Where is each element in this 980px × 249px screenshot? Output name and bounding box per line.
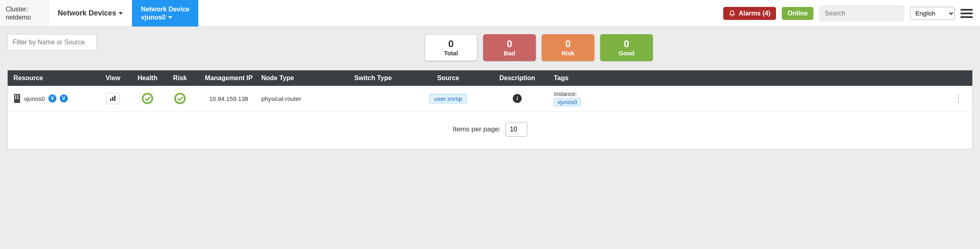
items-per-page-input[interactable] bbox=[505, 122, 527, 137]
cluster-label: Cluster: bbox=[6, 5, 43, 13]
stat-card-bad[interactable]: 0 Bad bbox=[483, 34, 536, 61]
filter-input[interactable] bbox=[7, 34, 97, 50]
table-row: vjunos0 V V 10.84.159.138 physical-route… bbox=[8, 86, 972, 111]
content-area: 0 Total 0 Bad 0 Risk 0 Good Resource Vie… bbox=[0, 27, 980, 157]
svg-rect-9 bbox=[110, 98, 111, 101]
view-chart-button[interactable] bbox=[106, 93, 120, 104]
svg-rect-2 bbox=[14, 94, 20, 103]
col-tags[interactable]: Tags bbox=[554, 74, 950, 82]
breadcrumb-label: Network Devices bbox=[58, 9, 116, 17]
svg-rect-5 bbox=[15, 96, 16, 97]
pagination: Items per page: bbox=[8, 111, 972, 149]
col-source[interactable]: Source bbox=[416, 74, 481, 82]
header-right: Alarms (4) Online English bbox=[716, 0, 980, 26]
cluster-name: netdemo bbox=[6, 13, 43, 22]
language-select[interactable]: English bbox=[910, 7, 955, 20]
stat-risk-value: 0 bbox=[565, 39, 570, 49]
search-box[interactable] bbox=[819, 5, 904, 22]
v-badge-icon: V bbox=[60, 94, 68, 103]
stat-good-label: Good bbox=[618, 50, 634, 57]
col-node[interactable]: Node Type bbox=[261, 74, 330, 82]
device-icon bbox=[13, 94, 21, 103]
health-ok-icon bbox=[142, 93, 153, 104]
stat-bad-label: Bad bbox=[504, 50, 515, 57]
info-icon[interactable]: i bbox=[513, 94, 522, 103]
online-label: Online bbox=[787, 10, 808, 17]
breadcrumb-network-device-selected[interactable]: Network Device vjunos0 bbox=[132, 0, 198, 26]
col-risk[interactable]: Risk bbox=[164, 74, 196, 82]
stat-good-value: 0 bbox=[624, 39, 629, 49]
col-switch[interactable]: Switch Type bbox=[330, 74, 416, 82]
svg-rect-3 bbox=[15, 95, 16, 96]
col-resource[interactable]: Resource bbox=[13, 74, 95, 82]
table-header: Resource View Health Risk Management IP … bbox=[8, 70, 972, 86]
tag-value[interactable]: vjunos0 bbox=[554, 98, 581, 106]
node-type: physical-router bbox=[261, 95, 330, 102]
bell-icon bbox=[729, 10, 735, 17]
stat-card-risk[interactable]: 0 Risk bbox=[542, 34, 594, 61]
search-input[interactable] bbox=[825, 10, 906, 17]
col-desc[interactable]: Description bbox=[481, 74, 554, 82]
breadcrumb-device-name: vjunos0 bbox=[141, 14, 165, 21]
risk-ok-icon bbox=[174, 93, 186, 104]
management-ip: 10.84.159.138 bbox=[196, 95, 261, 102]
col-view[interactable]: View bbox=[95, 74, 131, 82]
breadcrumb-type: Network Device bbox=[141, 5, 189, 14]
online-button[interactable]: Online bbox=[782, 7, 813, 20]
svg-rect-11 bbox=[114, 96, 115, 101]
stat-total-value: 0 bbox=[448, 39, 453, 49]
alarms-label: Alarms (4) bbox=[739, 10, 770, 17]
col-ip[interactable]: Management IP bbox=[196, 74, 261, 82]
stat-cards: 0 Total 0 Bad 0 Risk 0 Good bbox=[425, 34, 653, 61]
svg-rect-4 bbox=[17, 95, 19, 96]
alarms-button[interactable]: Alarms (4) bbox=[723, 7, 776, 20]
svg-rect-8 bbox=[17, 98, 19, 99]
source-tag[interactable]: user.snmp bbox=[429, 94, 466, 103]
svg-rect-7 bbox=[15, 98, 16, 99]
v-badge-icon: V bbox=[48, 94, 56, 103]
bar-chart-icon bbox=[110, 96, 116, 101]
svg-rect-6 bbox=[17, 96, 19, 97]
stat-bad-value: 0 bbox=[507, 39, 512, 49]
top-bar: Cluster: netdemo Network Devices Network… bbox=[0, 0, 980, 27]
hamburger-menu-icon[interactable] bbox=[960, 9, 973, 18]
cluster-block: Cluster: netdemo bbox=[0, 0, 49, 26]
col-health[interactable]: Health bbox=[131, 74, 164, 82]
resources-table: Resource View Health Risk Management IP … bbox=[7, 70, 973, 149]
stat-card-good[interactable]: 0 Good bbox=[600, 34, 653, 61]
resource-name[interactable]: vjunos0 bbox=[24, 95, 45, 102]
stat-card-total[interactable]: 0 Total bbox=[425, 34, 477, 61]
breadcrumb-network-devices[interactable]: Network Devices bbox=[49, 0, 132, 26]
items-per-page-label: Items per page: bbox=[453, 125, 501, 133]
row-menu-button[interactable]: ⋮ bbox=[955, 94, 962, 103]
chevron-down-icon bbox=[119, 12, 123, 15]
stat-risk-label: Risk bbox=[562, 50, 575, 57]
tag-key: Instance: bbox=[554, 91, 950, 97]
chevron-down-icon bbox=[168, 16, 172, 19]
stat-total-label: Total bbox=[444, 50, 458, 57]
svg-rect-10 bbox=[112, 97, 113, 101]
